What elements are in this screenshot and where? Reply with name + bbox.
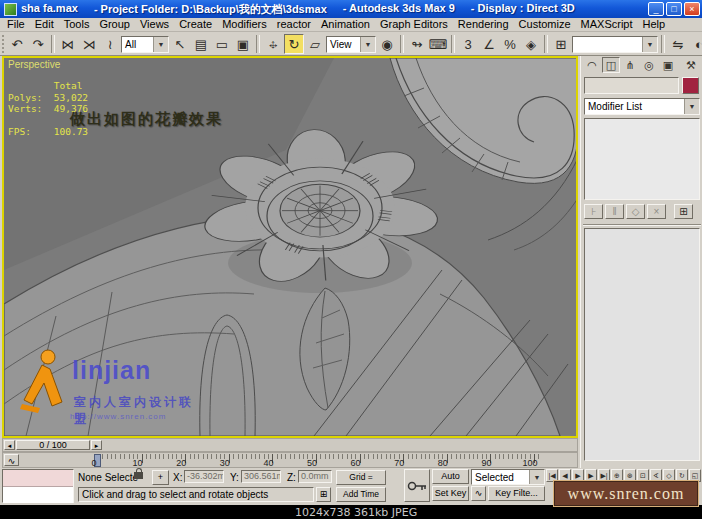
menu-item-tools[interactable]: Tools — [59, 18, 95, 31]
time-slider-row: ◂ 0 / 100 ▸ — [2, 438, 578, 452]
time-slider-handle[interactable]: 0 / 100 — [16, 440, 90, 450]
make-unique-icon[interactable]: ◇ — [626, 204, 645, 219]
select-scale-icon[interactable]: ▱ — [305, 34, 325, 54]
redo-icon[interactable]: ↷ — [28, 34, 48, 54]
pin-stack-icon[interactable]: ⊦ — [584, 204, 603, 219]
percent-snap-icon[interactable]: % — [500, 34, 520, 54]
toggle-set-key-mode-button[interactable] — [404, 469, 430, 502]
set-key-button[interactable]: Set Key — [432, 486, 469, 501]
listener-macro-pane[interactable] — [3, 470, 73, 487]
menu-item-graph-editors[interactable]: Graph Editors — [375, 18, 453, 31]
mini-curve-editor-icon[interactable]: ∿ — [4, 454, 19, 466]
trackbar-tick-0: 0 — [91, 458, 96, 468]
chevron-down-icon[interactable]: ▼ — [153, 37, 168, 52]
rollout-area — [584, 228, 700, 461]
object-color-swatch[interactable] — [682, 77, 699, 94]
show-end-result-icon[interactable]: ‖ — [605, 204, 624, 219]
keyboard-override-icon[interactable]: ⌨ — [428, 34, 448, 54]
selection-lock-icon[interactable] — [134, 472, 143, 479]
menu-item-modifiers[interactable]: Modifiers — [217, 18, 272, 31]
configure-modifier-sets-icon[interactable]: ⊞ — [674, 204, 693, 219]
layers-icon[interactable]: ◐ — [689, 34, 702, 54]
modifier-stack-list[interactable] — [584, 118, 700, 200]
maxscript-mini-listener[interactable] — [2, 469, 74, 503]
maximize-button[interactable]: □ — [666, 2, 682, 16]
track-bar[interactable]: ∿ 0102030405060708090100 — [2, 452, 578, 468]
chevron-down-icon[interactable]: ▼ — [360, 37, 375, 52]
menu-item-group[interactable]: Group — [94, 18, 135, 31]
spinner-snap-icon[interactable]: ◈ — [521, 34, 541, 54]
menu-item-reactor[interactable]: reactor — [272, 18, 316, 31]
chevron-down-icon[interactable]: ▼ — [642, 37, 657, 52]
absolute-offset-toggle-icon[interactable]: + — [152, 470, 169, 485]
modifier-list-value: Modifier List — [585, 101, 684, 112]
menu-item-customize[interactable]: Customize — [514, 18, 576, 31]
next-frame-arrow-icon[interactable]: ▸ — [91, 440, 102, 450]
key-filter-icon[interactable]: ∿ — [471, 486, 486, 501]
title-project: - Project Folder: D:\Backup\我的文档\3dsmax — [94, 2, 327, 17]
select-link-icon[interactable]: ⋈ — [58, 34, 78, 54]
menu-item-edit[interactable]: Edit — [30, 18, 59, 31]
image-info-text: 1024x738 361kb JPEG — [295, 506, 417, 519]
title-version: - Autodesk 3ds Max 9 — [343, 2, 455, 17]
watermark: linjian 室内人室内设计联盟 http://www.snren.com — [18, 348, 198, 434]
modifier-list-dropdown[interactable]: Modifier List ▼ — [584, 98, 700, 115]
tutorial-annotation: 做出如图的花瓣效果 — [70, 110, 223, 129]
select-move-icon[interactable]: ↔↕ — [263, 34, 283, 54]
x-coordinate-field[interactable]: -36.302mm — [184, 470, 224, 483]
selection-filter-dropdown[interactable]: All ▼ — [121, 36, 169, 53]
key-filters-button[interactable]: Key Filte... — [488, 486, 545, 501]
angle-snap-icon[interactable]: ∠ — [479, 34, 499, 54]
region-select-icon[interactable]: ▭ — [212, 34, 232, 54]
z-coordinate-field[interactable]: 0.0mm — [298, 470, 332, 483]
chevron-down-icon[interactable]: ▼ — [529, 470, 544, 484]
undo-icon[interactable]: ↶ — [7, 34, 27, 54]
named-selection-dropdown[interactable]: ▼ — [572, 36, 658, 53]
unlink-icon[interactable]: ⋊ — [79, 34, 99, 54]
menu-item-help[interactable]: Help — [638, 18, 671, 31]
edit-named-sets-icon[interactable]: ⊞ — [551, 34, 571, 54]
listener-script-pane[interactable] — [3, 487, 73, 503]
key-mode-dropdown[interactable]: Selected ▼ — [471, 469, 545, 485]
remove-modifier-icon[interactable]: × — [647, 204, 666, 219]
select-manipulate-icon[interactable]: ↬ — [407, 34, 427, 54]
menu-item-create[interactable]: Create — [174, 18, 217, 31]
viewport-label[interactable]: Perspective — [8, 59, 60, 70]
menu-item-views[interactable]: Views — [135, 18, 174, 31]
close-button[interactable]: × — [684, 2, 700, 16]
trackbar-tick-90: 90 — [481, 458, 491, 468]
menu-item-file[interactable]: File — [2, 18, 30, 31]
window-crossing-icon[interactable]: ▣ — [233, 34, 253, 54]
pivot-center-icon[interactable]: ◉ — [377, 34, 397, 54]
select-rotate-icon[interactable]: ↻ — [284, 34, 304, 54]
toolbar-grip[interactable] — [2, 35, 4, 53]
tab-create-icon[interactable]: ◠ — [583, 57, 601, 73]
tab-display-icon[interactable]: ▣ — [659, 57, 677, 73]
y-coordinate-field[interactable]: 306.561mm — [241, 470, 281, 483]
menu-item-rendering[interactable]: Rendering — [453, 18, 514, 31]
perspective-viewport[interactable]: Perspective Total Polys: 53,022 Verts: 4… — [2, 56, 578, 438]
image-info-footer: 1024x738 361kb JPEG — [0, 505, 702, 519]
tab-hierarchy-icon[interactable]: ⋔ — [621, 57, 639, 73]
auto-key-button[interactable]: Auto Key — [432, 469, 469, 484]
previous-frame-arrow-icon[interactable]: ◂ — [4, 440, 15, 450]
tab-motion-icon[interactable]: ◎ — [640, 57, 658, 73]
select-object-icon[interactable]: ↖ — [170, 34, 190, 54]
select-by-name-icon[interactable]: ▤ — [191, 34, 211, 54]
window-title: sha fa.max - Project Folder: D:\Backup\我… — [21, 2, 648, 17]
chevron-down-icon[interactable]: ▼ — [684, 99, 699, 114]
coordinate-system-dropdown[interactable]: View ▼ — [326, 36, 376, 53]
status-pan-icon[interactable]: ⊞ — [316, 487, 331, 502]
object-name-field[interactable] — [584, 77, 679, 94]
minimize-button[interactable]: _ — [648, 2, 664, 16]
menu-item-maxscript[interactable]: MAXScript — [576, 18, 638, 31]
bind-spacewarp-icon[interactable]: ≀ — [100, 34, 120, 54]
tab-modify-icon[interactable]: ◫ — [602, 57, 620, 73]
mirror-icon[interactable]: ⇋ — [668, 34, 688, 54]
tab-utilities-icon[interactable]: ⚒ — [682, 57, 700, 73]
toolbar-separator — [51, 35, 55, 53]
menu-item-animation[interactable]: Animation — [316, 18, 375, 31]
add-time-tag-button[interactable]: Add Time Tag — [336, 487, 386, 502]
title-filename: sha fa.max — [21, 2, 78, 17]
snap-toggle-icon[interactable]: 3 — [458, 34, 478, 54]
